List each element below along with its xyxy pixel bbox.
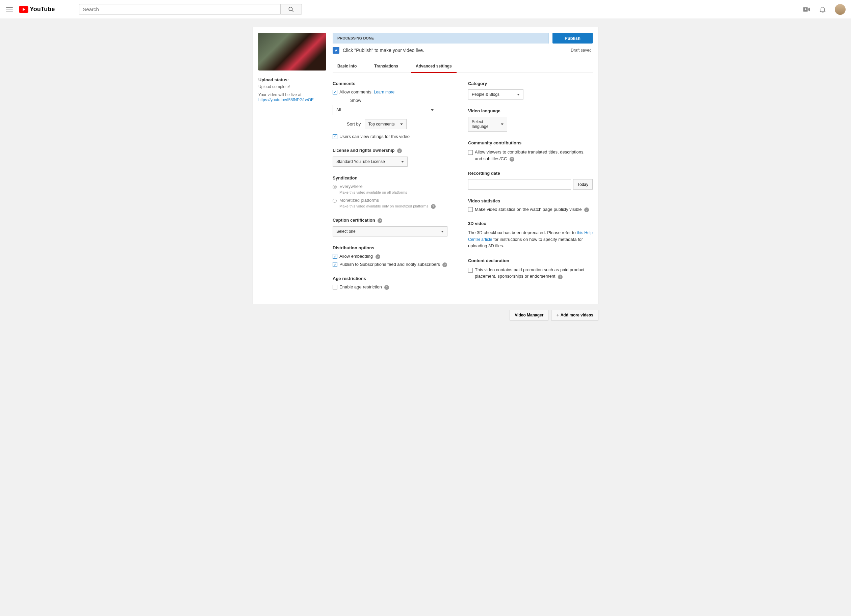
show-label: Show	[350, 98, 457, 103]
help-icon[interactable]: ?	[397, 148, 402, 153]
monetized-radio[interactable]	[332, 199, 337, 203]
notify-checkbox[interactable]	[332, 262, 337, 267]
age-title: Age restrictions	[332, 276, 457, 281]
ratings-label: Users can view ratings for this video	[339, 134, 410, 139]
video-url-link[interactable]: https://youtu.be/I58fNPG1wOE	[258, 97, 314, 102]
draft-saved-text: Draft saved.	[571, 48, 593, 52]
video-thumbnail[interactable]	[258, 33, 326, 70]
threed-text: The 3D checkbox has been deprecated. Ple…	[468, 229, 593, 249]
help-icon[interactable]: ?	[384, 285, 389, 290]
page-header: YouTube +	[0, 0, 851, 19]
syndication-title: Syndication	[332, 175, 457, 180]
allow-comments-label: Allow comments.	[339, 89, 373, 94]
caption-select[interactable]: Select one	[332, 226, 447, 237]
threed-title: 3D video	[468, 221, 593, 226]
category-title: Category	[468, 81, 593, 86]
upload-card: Upload status: Upload complete! Your vid…	[253, 27, 598, 304]
tabs: Basic info Translations Advanced setting…	[332, 61, 593, 73]
processing-banner: PROCESSING DONE	[332, 33, 549, 43]
embedding-checkbox[interactable]	[332, 254, 337, 259]
tab-advanced-settings[interactable]: Advanced settings	[411, 61, 457, 72]
help-icon[interactable]: ?	[376, 254, 380, 259]
stats-label: Make video statistics on the watch page …	[475, 207, 589, 212]
chevron-down-icon	[400, 123, 403, 125]
everywhere-desc: Make this video available on all platfor…	[339, 190, 457, 194]
language-title: Video language	[468, 108, 593, 113]
category-select[interactable]: People & Blogs	[468, 89, 523, 99]
help-icon[interactable]: ?	[584, 207, 589, 212]
video-live-text: Your video will be live at:	[258, 93, 326, 97]
chevron-down-icon	[441, 231, 444, 232]
today-button[interactable]: Today	[573, 179, 593, 190]
upload-icon[interactable]: +	[802, 5, 810, 13]
monetized-label: Monetized platforms	[339, 198, 379, 203]
svg-point-0	[289, 7, 293, 11]
help-icon[interactable]: ?	[377, 218, 382, 223]
add-more-videos-button[interactable]: +Add more videos	[551, 310, 598, 321]
learn-more-link[interactable]: Learn more	[374, 90, 394, 94]
search-icon	[288, 6, 294, 12]
community-title: Community contributions	[468, 140, 593, 145]
upload-status-title: Upload status:	[258, 77, 326, 82]
recording-date-input[interactable]	[468, 179, 571, 190]
sort-select[interactable]: Top comments	[365, 119, 407, 129]
menu-icon[interactable]	[5, 5, 14, 13]
stats-checkbox[interactable]	[468, 207, 473, 212]
youtube-logo[interactable]: YouTube	[19, 6, 55, 13]
distribution-title: Distribution options	[332, 245, 457, 250]
notifications-icon[interactable]	[819, 5, 827, 13]
age-restriction-label: Enable age restriction ?	[339, 285, 389, 290]
monetized-desc: Make this video available only on moneti…	[339, 204, 457, 209]
caption-title: Caption certification ?	[332, 217, 457, 223]
everywhere-label: Everywhere	[339, 184, 363, 189]
comments-title: Comments	[332, 81, 457, 86]
help-icon[interactable]: ?	[431, 204, 436, 209]
tab-translations[interactable]: Translations	[370, 61, 403, 72]
search-bar	[79, 4, 302, 15]
help-icon[interactable]: ?	[442, 262, 447, 267]
community-label: Allow viewers to contribute translated t…	[475, 149, 593, 162]
age-restriction-checkbox[interactable]	[332, 285, 337, 289]
recording-title: Recording date	[468, 171, 593, 176]
help-icon[interactable]: ?	[558, 274, 562, 279]
license-select[interactable]: Standard YouTube License	[332, 156, 407, 166]
allow-comments-checkbox[interactable]	[332, 90, 337, 94]
everywhere-radio[interactable]	[332, 185, 337, 189]
show-select[interactable]: All	[332, 105, 438, 115]
stats-title: Video statistics	[468, 198, 593, 204]
user-avatar[interactable]	[835, 4, 846, 15]
video-manager-button[interactable]: Video Manager	[510, 310, 549, 321]
declaration-title: Content declaration	[468, 258, 593, 263]
chevron-down-icon	[431, 109, 434, 111]
search-input[interactable]	[79, 4, 280, 15]
publish-message: Click "Publish" to make your video live.	[343, 48, 424, 53]
svg-marker-3	[809, 7, 810, 11]
publish-button[interactable]: Publish	[552, 33, 593, 43]
tab-basic-info[interactable]: Basic info	[332, 61, 361, 72]
upload-status-text: Upload complete!	[258, 84, 326, 89]
community-checkbox[interactable]	[468, 150, 473, 155]
star-icon: ★	[332, 47, 339, 54]
help-icon[interactable]: ?	[510, 157, 514, 162]
declaration-label: This video contains paid promotion such …	[475, 267, 593, 280]
chevron-down-icon	[401, 161, 404, 163]
play-icon	[19, 6, 29, 13]
chevron-down-icon	[501, 123, 504, 125]
svg-text:+: +	[805, 7, 807, 11]
language-select[interactable]: Select language	[468, 117, 507, 132]
plus-icon: +	[556, 313, 559, 318]
logo-text: YouTube	[30, 6, 55, 13]
sort-label: Sort by	[347, 121, 361, 126]
svg-line-1	[292, 10, 294, 12]
ratings-checkbox[interactable]	[332, 134, 337, 139]
embedding-label: Allow embedding ?	[339, 254, 380, 259]
header-actions: +	[802, 4, 846, 15]
declaration-checkbox[interactable]	[468, 268, 473, 273]
notify-label: Publish to Subscriptions feed and notify…	[339, 262, 447, 267]
search-button[interactable]	[280, 4, 302, 15]
chevron-down-icon	[517, 94, 520, 96]
license-title: License and rights ownership ?	[332, 148, 457, 153]
